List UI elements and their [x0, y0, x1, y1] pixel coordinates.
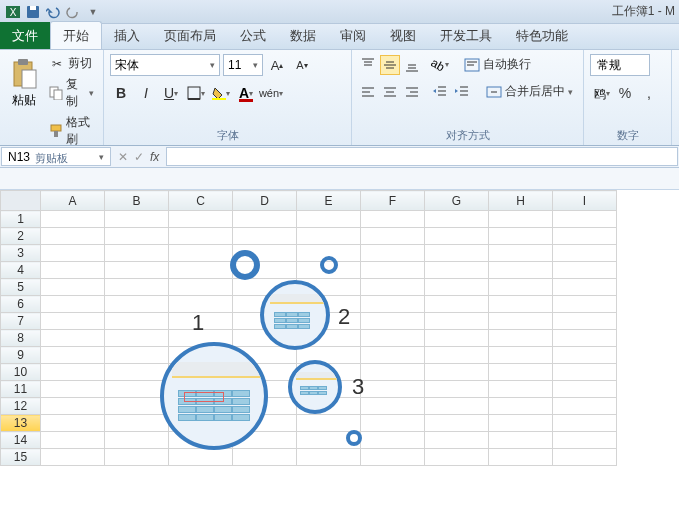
cell-B15[interactable] [105, 449, 169, 466]
cut-button[interactable]: ✂剪切 [46, 54, 97, 73]
cell-G10[interactable] [425, 364, 489, 381]
cell-D2[interactable] [233, 228, 297, 245]
cell-G3[interactable] [425, 245, 489, 262]
row-head-10[interactable]: 10 [1, 364, 41, 381]
cell-I1[interactable] [553, 211, 617, 228]
col-head-D[interactable]: D [233, 191, 297, 211]
cell-B1[interactable] [105, 211, 169, 228]
phonetic-button[interactable]: wén▾ [260, 82, 282, 104]
cell-B8[interactable] [105, 330, 169, 347]
cell-D1[interactable] [233, 211, 297, 228]
cell-G8[interactable] [425, 330, 489, 347]
cell-G12[interactable] [425, 398, 489, 415]
cell-H15[interactable] [489, 449, 553, 466]
tab-review[interactable]: 审阅 [328, 22, 378, 49]
cell-G5[interactable] [425, 279, 489, 296]
copy-button[interactable]: 复制▾ [46, 75, 97, 111]
cell-A4[interactable] [41, 262, 105, 279]
excel-icon[interactable]: X [4, 3, 22, 21]
cell-G7[interactable] [425, 313, 489, 330]
row-head-8[interactable]: 8 [1, 330, 41, 347]
row-head-12[interactable]: 12 [1, 398, 41, 415]
row-head-4[interactable]: 4 [1, 262, 41, 279]
cell-A10[interactable] [41, 364, 105, 381]
cell-A5[interactable] [41, 279, 105, 296]
cell-A3[interactable] [41, 245, 105, 262]
cell-B10[interactable] [105, 364, 169, 381]
cell-I10[interactable] [553, 364, 617, 381]
cell-I6[interactable] [553, 296, 617, 313]
row-head-6[interactable]: 6 [1, 296, 41, 313]
cell-H8[interactable] [489, 330, 553, 347]
row-head-11[interactable]: 11 [1, 381, 41, 398]
cell-H7[interactable] [489, 313, 553, 330]
cell-G4[interactable] [425, 262, 489, 279]
cancel-icon[interactable]: ✕ [118, 150, 128, 164]
fill-color-button[interactable]: ▾ [210, 82, 232, 104]
tab-file[interactable]: 文件 [0, 22, 50, 49]
cell-I4[interactable] [553, 262, 617, 279]
cell-A8[interactable] [41, 330, 105, 347]
row-head-3[interactable]: 3 [1, 245, 41, 262]
tab-formulas[interactable]: 公式 [228, 22, 278, 49]
cell-F2[interactable] [361, 228, 425, 245]
cell-G9[interactable] [425, 347, 489, 364]
cell-H5[interactable] [489, 279, 553, 296]
row-head-7[interactable]: 7 [1, 313, 41, 330]
col-head-C[interactable]: C [169, 191, 233, 211]
increase-font-icon[interactable]: A▴ [266, 54, 288, 76]
cell-G13[interactable] [425, 415, 489, 432]
cell-I8[interactable] [553, 330, 617, 347]
comma-icon[interactable]: , [638, 82, 660, 104]
cell-H10[interactable] [489, 364, 553, 381]
row-head-13[interactable]: 13 [1, 415, 41, 432]
currency-icon[interactable]: 鸥▾ [590, 82, 612, 104]
align-bottom-icon[interactable] [402, 55, 422, 75]
cell-I15[interactable] [553, 449, 617, 466]
tab-developer[interactable]: 开发工具 [428, 22, 504, 49]
redo-icon[interactable] [64, 3, 82, 21]
cell-I13[interactable] [553, 415, 617, 432]
fx-icon[interactable]: fx [150, 150, 159, 164]
row-head-5[interactable]: 5 [1, 279, 41, 296]
qat-dropdown-icon[interactable]: ▼ [84, 3, 102, 21]
formula-input[interactable] [166, 147, 678, 166]
smartart-node-3[interactable] [288, 360, 342, 414]
cell-H12[interactable] [489, 398, 553, 415]
cell-B13[interactable] [105, 415, 169, 432]
cell-A1[interactable] [41, 211, 105, 228]
cell-C1[interactable] [169, 211, 233, 228]
row-head-14[interactable]: 14 [1, 432, 41, 449]
cell-G11[interactable] [425, 381, 489, 398]
cell-B9[interactable] [105, 347, 169, 364]
cell-A15[interactable] [41, 449, 105, 466]
cell-B11[interactable] [105, 381, 169, 398]
cell-C2[interactable] [169, 228, 233, 245]
cell-A14[interactable] [41, 432, 105, 449]
cell-B5[interactable] [105, 279, 169, 296]
cell-A7[interactable] [41, 313, 105, 330]
col-head-F[interactable]: F [361, 191, 425, 211]
merge-center-button[interactable]: 合并后居中▾ [482, 81, 577, 102]
col-head-I[interactable]: I [553, 191, 617, 211]
cell-I12[interactable] [553, 398, 617, 415]
col-head-E[interactable]: E [297, 191, 361, 211]
cell-H13[interactable] [489, 415, 553, 432]
save-icon[interactable] [24, 3, 42, 21]
underline-button[interactable]: U▾ [160, 82, 182, 104]
cell-B7[interactable] [105, 313, 169, 330]
format-painter-button[interactable]: 格式刷 [46, 113, 97, 149]
smartart-node-1[interactable] [160, 342, 268, 450]
cell-H3[interactable] [489, 245, 553, 262]
row-head-9[interactable]: 9 [1, 347, 41, 364]
row-head-15[interactable]: 15 [1, 449, 41, 466]
cell-E2[interactable] [297, 228, 361, 245]
align-center-icon[interactable] [380, 82, 400, 102]
undo-icon[interactable] [44, 3, 62, 21]
align-right-icon[interactable] [402, 82, 422, 102]
wrap-text-button[interactable]: 自动换行 [460, 54, 535, 75]
increase-indent-icon[interactable] [452, 82, 472, 102]
italic-button[interactable]: I [135, 82, 157, 104]
cell-B12[interactable] [105, 398, 169, 415]
tab-view[interactable]: 视图 [378, 22, 428, 49]
